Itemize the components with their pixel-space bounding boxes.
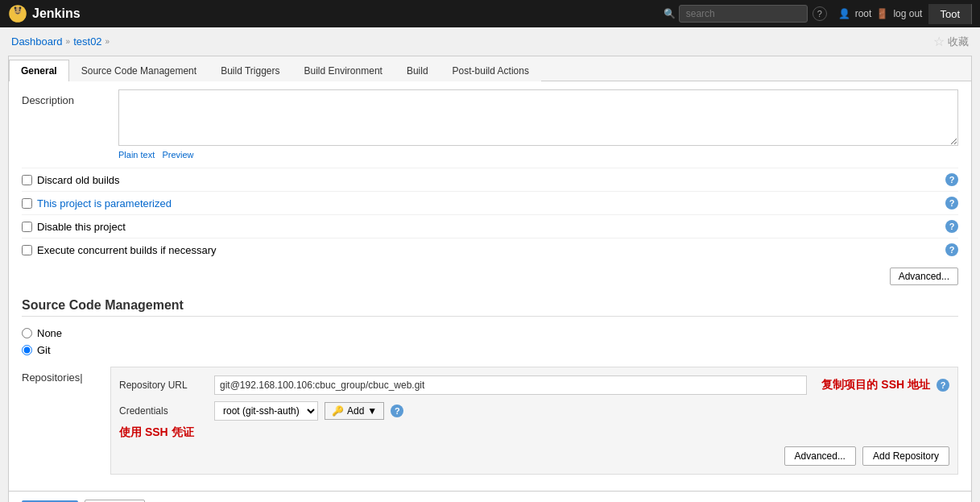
logout-label[interactable]: log out (893, 8, 922, 19)
discard-label: Discard old builds (37, 174, 120, 186)
discard-checkbox[interactable] (22, 175, 32, 185)
tab-post-build[interactable]: Post-build Actions (440, 60, 541, 81)
add-credentials-btn[interactable]: 🔑 Add ▼ (325, 402, 384, 420)
disable-label: Disable this project (37, 221, 126, 233)
svg-rect-4 (14, 7, 16, 10)
tab-build[interactable]: Build (395, 60, 440, 81)
checkbox-parameterized: This project is parameterized ? (22, 191, 958, 214)
ssh-annotation: 使用 SSH 凭证 (119, 425, 949, 440)
logout-icon: 🚪 (876, 8, 888, 19)
checkbox-discard: Discard old builds ? (22, 168, 958, 191)
concurrent-checkbox[interactable] (22, 245, 32, 255)
config-tabs: General Source Code Management Build Tri… (9, 56, 971, 81)
user-area: 👤 root 🚪 log out (838, 8, 923, 19)
tab-scm[interactable]: Source Code Management (69, 60, 209, 81)
tab-build-triggers[interactable]: Build Triggers (209, 60, 292, 81)
concurrent-label: Execute concurrent builds if necessary (37, 244, 217, 256)
user-icon: 👤 (838, 8, 850, 19)
credentials-select[interactable]: root (git-ssh-auth) (214, 401, 318, 421)
config-body: Description Plain text Preview (9, 81, 971, 491)
breadcrumb-sep1: » (66, 37, 71, 46)
repo-action-buttons: Advanced... Add Repository (119, 446, 949, 466)
disable-help-btn[interactable]: ? (945, 220, 958, 233)
parameterized-help-btn[interactable]: ? (945, 197, 958, 210)
help-icon[interactable]: ? (813, 6, 827, 21)
key-icon: 🔑 (332, 405, 344, 417)
bottom-bar: Save Apply (9, 491, 971, 502)
checkbox-options: Discard old builds ? This project is par… (22, 168, 958, 261)
svg-rect-5 (19, 7, 21, 10)
parameterized-checkbox[interactable] (22, 198, 32, 209)
brand-logo[interactable]: Jenkins (8, 4, 81, 23)
credentials-label: Credentials (119, 405, 208, 417)
search-input[interactable] (679, 5, 808, 23)
checkbox-concurrent: Execute concurrent builds if necessary ? (22, 238, 958, 261)
scm-none-label: None (37, 327, 62, 339)
search-box: 🔍 (664, 5, 808, 23)
breadcrumb-project[interactable]: test02 (73, 35, 101, 48)
brand-name: Jenkins (32, 6, 81, 21)
scm-section-header: Source Code Management (22, 298, 958, 317)
repositories-label: Repositories| (22, 367, 102, 384)
scm-git-label: Git (37, 344, 51, 356)
jenkins-icon (8, 4, 27, 23)
breadcrumb: Dashboard » test02 » ☆ 收藏 (0, 27, 980, 56)
checkbox-disable: Disable this project ? (22, 214, 958, 238)
star-icon: ☆ (933, 34, 945, 49)
add-dropdown-icon: ▼ (367, 405, 377, 417)
breadcrumb-dashboard[interactable]: Dashboard (11, 35, 63, 48)
textarea-links: Plain text Preview (118, 150, 958, 160)
radio-none: None (22, 325, 958, 342)
bookmark-label: 收藏 (948, 35, 969, 49)
breadcrumb-sep2: » (105, 37, 110, 46)
description-textarea[interactable] (118, 89, 958, 146)
advanced-row: Advanced... (22, 261, 958, 285)
ssh-url-annotation: 复制项目的 SSH 地址 (821, 378, 930, 392)
radio-git: Git (22, 342, 958, 359)
repositories-section: Repositories| Repository URL 复制项目的 SSH 地… (22, 367, 958, 475)
repositories-content: Repository URL 复制项目的 SSH 地址 ? Credential… (110, 367, 958, 475)
scm-git-radio[interactable] (22, 345, 32, 355)
credentials-row: Credentials root (git-ssh-auth) 🔑 Add ▼ … (119, 401, 949, 421)
advanced-button[interactable]: Advanced... (890, 268, 958, 285)
scm-none-radio[interactable] (22, 328, 32, 338)
svg-point-2 (15, 10, 17, 11)
discard-help-btn[interactable]: ? (945, 173, 958, 186)
concurrent-help-btn[interactable]: ? (945, 243, 958, 256)
repo-url-help-btn[interactable]: ? (937, 379, 949, 392)
config-area: General Source Code Management Build Tri… (8, 56, 972, 502)
add-repository-btn[interactable]: Add Repository (862, 446, 949, 466)
svg-point-3 (19, 10, 21, 11)
repo-advanced-btn[interactable]: Advanced... (784, 446, 856, 466)
parameterized-label[interactable]: This project is parameterized (37, 197, 172, 210)
tab-build-env[interactable]: Build Environment (292, 60, 395, 81)
repo-url-input[interactable] (214, 375, 807, 395)
description-field-content: Plain text Preview (118, 89, 958, 160)
preview-link[interactable]: Preview (162, 150, 193, 160)
toot-tab[interactable]: Toot (928, 4, 972, 24)
username-label[interactable]: root (855, 8, 872, 19)
navbar: Jenkins 🔍 ? 👤 root 🚪 log out Toot (0, 0, 980, 27)
search-icon: 🔍 (664, 8, 676, 19)
plain-text-link[interactable]: Plain text (118, 150, 155, 160)
add-label: Add (347, 405, 364, 417)
description-label: Description (22, 89, 118, 106)
tab-general[interactable]: General (9, 60, 69, 81)
repo-url-row: Repository URL 复制项目的 SSH 地址 ? (119, 375, 949, 395)
repo-url-label: Repository URL (119, 380, 208, 391)
bookmark-btn[interactable]: ☆ 收藏 (933, 34, 969, 49)
credentials-help-btn[interactable]: ? (391, 405, 403, 417)
description-row: Description Plain text Preview (22, 89, 958, 160)
disable-checkbox[interactable] (22, 222, 32, 232)
